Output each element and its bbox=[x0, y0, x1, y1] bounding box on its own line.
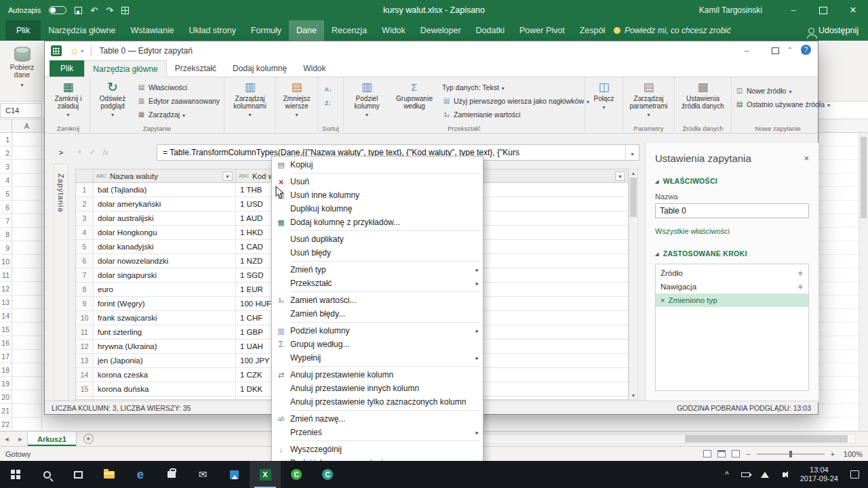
context-menu-item[interactable] bbox=[272, 260, 483, 263]
excel-ribbon-tab[interactable]: Układ strony bbox=[181, 20, 243, 41]
row-header[interactable]: 11 bbox=[0, 268, 12, 281]
split-column-button[interactable]: Podziel kolumny bbox=[345, 79, 389, 123]
cancel-icon[interactable]: × bbox=[77, 148, 81, 157]
grid-cell[interactable] bbox=[12, 377, 42, 390]
row-header[interactable]: 9 bbox=[0, 241, 12, 254]
all-properties-link[interactable]: Wszystkie właściwości bbox=[655, 227, 730, 235]
row-header[interactable]: 17 bbox=[0, 350, 12, 363]
row-header[interactable]: 22 bbox=[0, 418, 12, 430]
applied-steps-section-header[interactable]: ZASTOSOWANE KROKI bbox=[655, 249, 809, 258]
context-menu-item[interactable]: Usuń bbox=[272, 175, 483, 188]
cell-currency-name[interactable]: dolar Hongkongu bbox=[94, 226, 236, 239]
row-header[interactable]: 21 bbox=[0, 404, 12, 417]
context-menu-item[interactable]: Zamień błędy... bbox=[272, 307, 483, 321]
filter-dropdown-button[interactable] bbox=[615, 171, 625, 181]
excel-ribbon-tab[interactable]: Dodatki bbox=[469, 20, 512, 41]
share-button[interactable]: Udostępnij bbox=[808, 20, 859, 41]
properties-section-header[interactable]: WŁAŚCIWOŚCI bbox=[655, 177, 809, 185]
delete-step-icon[interactable] bbox=[660, 297, 665, 304]
redo-icon[interactable]: ↷ bbox=[106, 6, 113, 15]
excel-ribbon-tab[interactable]: Recenzja bbox=[324, 20, 374, 41]
action-center-icon[interactable] bbox=[846, 461, 863, 488]
combine-button[interactable]: Połącz bbox=[587, 79, 621, 123]
row-header[interactable]: 2 bbox=[0, 146, 12, 159]
cell-currency-name[interactable]: korona czeska bbox=[94, 368, 236, 382]
camtasia-icon[interactable] bbox=[281, 461, 312, 488]
grid-cell[interactable] bbox=[12, 201, 42, 214]
cell-currency-name[interactable]: dolar singapurski bbox=[94, 268, 236, 282]
minimize-button[interactable] bbox=[778, 0, 808, 20]
sort-ascending-button[interactable] bbox=[319, 83, 337, 96]
pq-ribbon-tab[interactable]: Dodaj kolumnę bbox=[224, 60, 295, 77]
filter-dropdown-button[interactable] bbox=[222, 171, 233, 181]
excel-vertical-scrollbar[interactable] bbox=[859, 133, 868, 431]
volume-icon[interactable] bbox=[776, 461, 792, 488]
row-header[interactable]: 14 bbox=[0, 309, 12, 322]
customize-qat-icon[interactable] bbox=[121, 7, 129, 14]
pq-ribbon-tab[interactable]: Widok bbox=[295, 60, 334, 77]
row-header[interactable]: 18 bbox=[0, 363, 12, 376]
fx-icon[interactable]: fx bbox=[103, 148, 108, 157]
manage-columns-button[interactable]: Zarządzaj kolumnami bbox=[226, 79, 274, 123]
pq-maximize-button[interactable] bbox=[761, 41, 789, 60]
context-menu-item[interactable]: Anuluj przestawienie kolumn bbox=[272, 368, 483, 382]
cell-currency-name[interactable]: dolar amerykański bbox=[94, 197, 236, 211]
context-menu-item[interactable] bbox=[272, 290, 483, 293]
context-menu-item[interactable]: Usuń błędy bbox=[272, 246, 483, 260]
row-header[interactable]: 1 bbox=[0, 133, 12, 146]
row-header[interactable]: 19 bbox=[0, 377, 12, 390]
task-view-icon[interactable] bbox=[62, 461, 94, 488]
file-explorer-icon[interactable] bbox=[94, 461, 125, 488]
maximize-button[interactable] bbox=[808, 0, 838, 20]
expand-queries-pane-button[interactable] bbox=[56, 147, 66, 158]
applied-step[interactable]: Nawigacja bbox=[656, 280, 808, 293]
select-all-corner[interactable] bbox=[0, 119, 12, 132]
cell-currency-name[interactable]: hrywna (Ukraina) bbox=[94, 340, 236, 353]
context-menu-item[interactable]: Podziel kolumny bbox=[272, 324, 483, 338]
excel-ribbon-tab[interactable]: Power Pivot bbox=[512, 20, 572, 41]
cell-currency-name[interactable]: korona islandzka bbox=[94, 396, 236, 400]
battery-icon[interactable] bbox=[738, 461, 754, 488]
add-sheet-button[interactable]: + bbox=[83, 434, 94, 444]
context-menu-item[interactable]: Wyszczególnij bbox=[272, 443, 483, 456]
column-header-a[interactable]: A bbox=[12, 119, 42, 132]
row-header[interactable]: 15 bbox=[0, 323, 12, 336]
scroll-up-icon[interactable] bbox=[631, 171, 636, 176]
context-menu-item[interactable] bbox=[272, 365, 483, 368]
excel-ribbon-tab[interactable]: Plik bbox=[5, 20, 41, 41]
row-header[interactable]: 10 bbox=[0, 255, 12, 268]
context-menu-item[interactable]: Zmień nazwę... bbox=[272, 412, 483, 426]
sheet-nav-left-icon[interactable] bbox=[0, 432, 14, 446]
mail-icon[interactable] bbox=[187, 461, 218, 488]
zoom-percent[interactable]: 100% bbox=[841, 450, 863, 458]
collapse-ribbon-icon[interactable] bbox=[787, 46, 793, 54]
row-header[interactable]: 6 bbox=[0, 201, 12, 214]
tray-expand-icon[interactable] bbox=[719, 461, 735, 488]
cell-currency-name[interactable]: jen (Japonia) bbox=[94, 354, 236, 367]
excel-ribbon-tab[interactable]: Zespół bbox=[572, 20, 613, 41]
excel-ribbon-tab[interactable]: Dane bbox=[289, 20, 324, 41]
store-icon[interactable] bbox=[156, 461, 187, 488]
properties-button[interactable]: Właściwości bbox=[135, 81, 222, 94]
sheet-tab-arkusz1[interactable]: Arkusz1 bbox=[27, 432, 77, 446]
context-menu-item[interactable]: Zmień typ bbox=[272, 263, 483, 277]
page-break-view-icon[interactable] bbox=[732, 450, 740, 458]
cell-currency-name[interactable]: euro bbox=[94, 283, 236, 296]
excel-icon[interactable] bbox=[250, 461, 281, 488]
excel-ribbon-tab[interactable]: Wstawianie bbox=[123, 20, 182, 41]
context-menu-item[interactable]: Wypełnij bbox=[272, 351, 483, 365]
grid-cell[interactable] bbox=[12, 390, 42, 403]
excel-ribbon-tab[interactable]: Formuły bbox=[243, 20, 289, 41]
applied-step[interactable]: Zmieniono typ bbox=[656, 293, 808, 307]
scroll-down-icon[interactable] bbox=[631, 393, 636, 398]
grid-cell[interactable] bbox=[12, 268, 42, 281]
zoom-slider[interactable] bbox=[757, 453, 825, 455]
grid-cell[interactable] bbox=[12, 133, 42, 146]
group-by-button[interactable]: Grupowanie według bbox=[390, 79, 439, 123]
context-menu-item[interactable]: Usuń inne kolumny bbox=[272, 188, 483, 202]
data-type-button[interactable]: Typ danych: Tekst bbox=[440, 81, 591, 94]
panel-close-icon[interactable] bbox=[804, 153, 809, 163]
scrollbar-thumb[interactable] bbox=[630, 178, 637, 217]
context-menu-item[interactable] bbox=[272, 439, 483, 443]
row-header[interactable]: 16 bbox=[0, 336, 12, 349]
